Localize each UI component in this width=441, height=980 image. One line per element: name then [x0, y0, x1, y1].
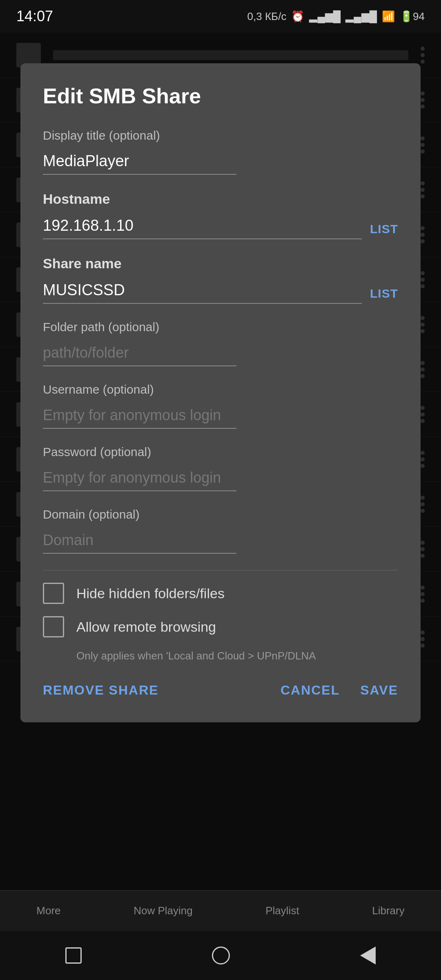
dialog-actions: REMOVE SHARE CANCEL SAVE [43, 679, 398, 702]
hide-hidden-checkbox-row[interactable]: Hide hidden folders/files [43, 583, 398, 604]
back-icon [360, 947, 376, 964]
username-field-group: Username (optional) [43, 383, 398, 429]
hide-hidden-label: Hide hidden folders/files [76, 586, 225, 601]
dialog-title: Edit SMB Share [43, 84, 398, 108]
stop-icon [65, 947, 82, 964]
nav-now-playing[interactable]: Now Playing [134, 904, 193, 917]
domain-label: Domain (optional) [43, 508, 398, 521]
display-title-field-group: Display title (optional) [43, 129, 398, 175]
signal-icon-1: ▂▄▆█ [309, 10, 341, 23]
allow-remote-sublabel: Only applies when 'Local and Cloud > UPn… [76, 650, 398, 662]
alarm-icon: ⏰ [291, 10, 304, 23]
display-title-label: Display title (optional) [43, 129, 398, 143]
cancel-button[interactable]: CANCEL [281, 679, 340, 702]
nav-back-button[interactable] [360, 947, 376, 964]
password-input[interactable] [43, 465, 236, 491]
folder-path-field-group: Folder path (optional) [43, 320, 398, 366]
share-name-list-button[interactable]: LIST [370, 283, 398, 304]
display-title-input[interactable] [43, 148, 236, 175]
nav-playlist[interactable]: Playlist [265, 904, 299, 917]
nav-more[interactable]: More [36, 904, 60, 917]
home-icon [212, 947, 230, 964]
network-speed: 0,3 КБ/с [247, 10, 287, 23]
hostname-list-button[interactable]: LIST [370, 219, 398, 239]
allow-remote-checkbox-row[interactable]: Allow remote browsing [43, 616, 398, 637]
status-time: 14:07 [16, 8, 53, 25]
save-button[interactable]: SAVE [360, 679, 398, 702]
share-name-field-group: Share name LIST [43, 256, 398, 304]
allow-remote-checkbox-group: Allow remote browsing Only applies when … [43, 616, 398, 662]
bottom-nav: More Now Playing Playlist Library [0, 890, 441, 931]
domain-field-group: Domain (optional) [43, 508, 398, 554]
folder-path-label: Folder path (optional) [43, 320, 398, 334]
username-input[interactable] [43, 402, 236, 429]
allow-remote-checkbox[interactable] [43, 616, 64, 637]
status-icons: 0,3 КБ/с ⏰ ▂▄▆█ ▂▄▆█ 📶 🔋94 [247, 10, 425, 23]
hostname-field-group: Hostname LIST [43, 191, 398, 239]
share-name-label: Share name [43, 256, 398, 272]
signal-icon-2: ▂▄▆█ [345, 10, 377, 23]
hostname-label: Hostname [43, 191, 398, 207]
right-actions: CANCEL SAVE [281, 679, 398, 702]
battery-icon: 🔋94 [400, 10, 425, 23]
share-name-input[interactable] [43, 277, 362, 304]
nav-home-button[interactable] [212, 947, 230, 964]
nav-stop-button[interactable] [65, 947, 82, 964]
hostname-row: LIST [43, 213, 398, 239]
status-bar: 14:07 0,3 КБ/с ⏰ ▂▄▆█ ▂▄▆█ 📶 🔋94 [0, 0, 441, 33]
wifi-icon: 📶 [382, 10, 395, 23]
edit-smb-share-dialog: Edit SMB Share Display title (optional) … [20, 63, 421, 722]
allow-remote-label: Allow remote browsing [76, 619, 216, 635]
divider [43, 570, 398, 570]
password-field-group: Password (optional) [43, 445, 398, 491]
remove-share-button[interactable]: REMOVE SHARE [43, 679, 159, 702]
hide-hidden-checkbox[interactable] [43, 583, 64, 604]
domain-input[interactable] [43, 527, 236, 554]
hostname-input[interactable] [43, 213, 362, 239]
folder-path-input[interactable] [43, 340, 236, 366]
password-label: Password (optional) [43, 445, 398, 459]
share-name-row: LIST [43, 277, 398, 304]
username-label: Username (optional) [43, 383, 398, 396]
nav-library[interactable]: Library [372, 904, 404, 917]
system-nav-bar [0, 931, 441, 980]
